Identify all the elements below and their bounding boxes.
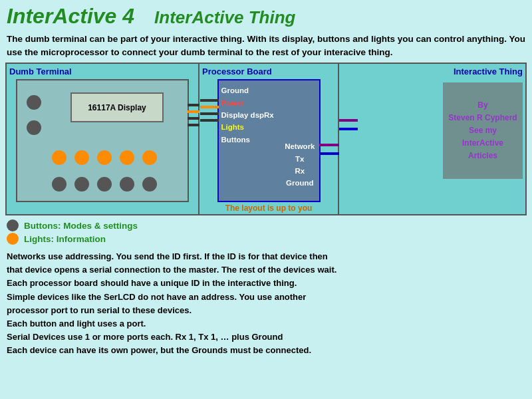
gray-button-3[interactable]	[52, 177, 66, 192]
body-line-1: Networks use addressing. You send the ID…	[7, 250, 525, 263]
gray-button-5[interactable]	[97, 177, 112, 192]
proc-wire-out-2	[319, 152, 339, 155]
interactive-thing-section: Interactive Thing By Steven R Cypherd Se…	[339, 64, 525, 214]
proc-wire-in-2	[200, 106, 219, 108]
display-screen: 16117A Display	[70, 92, 164, 122]
dumb-terminal-section: Dumb Terminal 16117A Display	[7, 64, 200, 214]
proc-tx: Tx	[285, 153, 315, 165]
interactive-thing-label: Interactive Thing	[342, 66, 523, 76]
buttons-icon	[7, 219, 19, 231]
proc-left-labels: Ground Power Display dspRx Lights Button…	[221, 84, 274, 146]
proc-wire-in-3	[200, 112, 219, 115]
proc-right-labels: Network Tx Rx Ground	[285, 140, 315, 190]
body-line-2: that device opens a serial connection to…	[7, 263, 525, 277]
body-text: Networks use addressing. You send the ID…	[0, 246, 532, 360]
proc-lights: Lights	[221, 121, 274, 133]
lights-legend: Lights: Information	[7, 233, 525, 245]
main-title: InterActive 4	[7, 4, 134, 29]
processor-board-label: Processor Board	[202, 66, 335, 76]
buttons-legend: Buttons: Modes & settings	[7, 219, 525, 231]
proc-buttons: Buttons	[221, 134, 274, 146]
diagram-area: Dumb Terminal 16117A Display	[5, 63, 527, 215]
gray-button-6[interactable]	[120, 177, 134, 192]
proc-wire-out-1	[319, 144, 339, 146]
body-line-6: Each button and light uses a port.	[7, 317, 525, 331]
lights-icon	[7, 233, 19, 245]
gray-button-1[interactable]	[27, 95, 41, 110]
body-line-3: Each processor board should have a uniqu…	[7, 277, 525, 290]
body-line-8: Each device can have its own power, but …	[7, 344, 525, 357]
layout-text: The layout is up to you	[200, 203, 338, 213]
orange-light-1	[52, 150, 66, 165]
orange-light-3	[97, 150, 112, 165]
processor-board-section: Processor Board Ground Power Display dsp…	[200, 64, 339, 214]
thing-box: By Steven R Cypherd See my InterActive A…	[443, 82, 523, 179]
terminal-box: 16117A Display	[16, 79, 189, 202]
lights-label: Lights: Information	[24, 234, 106, 244]
proc-ground-net: Ground	[285, 177, 315, 189]
gray-button-4[interactable]	[74, 177, 89, 192]
proc-wire-in-1	[200, 99, 219, 102]
proc-display: Display dspRx	[221, 109, 274, 121]
proc-wire-in-4	[200, 119, 219, 122]
legend-area: Buttons: Modes & settings Lights: Inform…	[0, 215, 532, 246]
buttons-label: Buttons: Modes & settings	[24, 221, 138, 231]
body-line-5: processor port to run serial to these de…	[7, 304, 525, 317]
orange-light-5	[142, 150, 157, 165]
intro-paragraph: The dumb terminal can be part of your in…	[0, 31, 532, 63]
dumb-terminal-label: Dumb Terminal	[9, 66, 196, 76]
gray-button-7[interactable]	[142, 177, 157, 192]
gray-button-2[interactable]	[27, 120, 41, 135]
body-line-7: Serial Devices use 1 or more ports each.…	[7, 331, 525, 344]
proc-rx: Rx	[285, 165, 315, 177]
orange-light-4	[120, 150, 134, 165]
proc-ground: Ground	[221, 84, 274, 96]
body-line-4: Simple devices like the SerLCD do not ha…	[7, 291, 525, 304]
it-wire-in-2	[339, 128, 358, 130]
thing-credit: By Steven R Cypherd See my InterActive A…	[448, 99, 517, 163]
processor-box: Ground Power Display dspRx Lights Button…	[217, 79, 321, 202]
orange-light-2	[74, 150, 89, 165]
proc-network: Network	[285, 140, 315, 152]
sub-title: InterActive Thing	[154, 7, 295, 28]
proc-power: Power	[221, 97, 274, 109]
it-wire-in-1	[339, 119, 358, 122]
